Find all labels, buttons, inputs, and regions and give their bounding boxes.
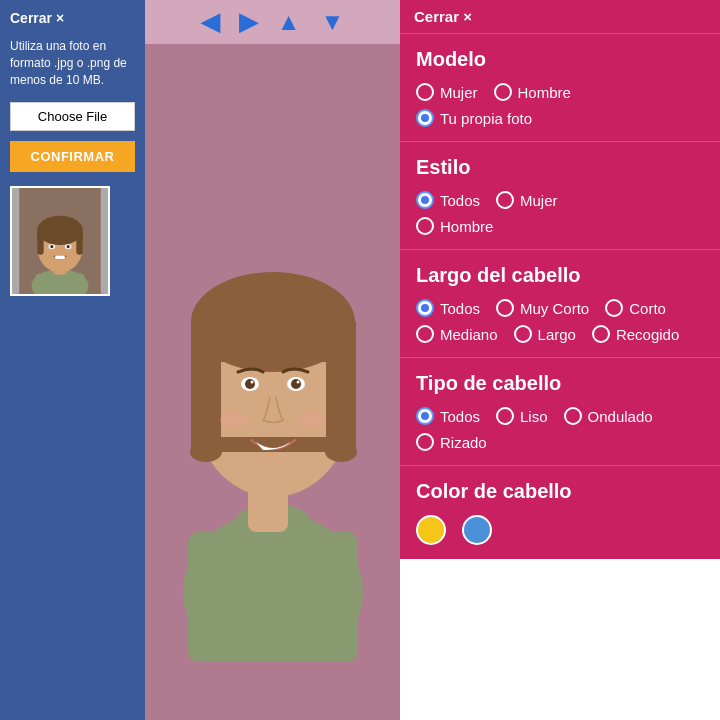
- radio-corto[interactable]: Corto: [605, 299, 666, 317]
- radio-mujer[interactable]: Mujer: [416, 83, 478, 101]
- radio-group-estilo: Todos Mujer Hombre: [416, 191, 704, 235]
- radio-circle-tu-propia-foto: [416, 109, 434, 127]
- radio-label-largo: Largo: [538, 326, 576, 343]
- section-title-modelo: Modelo: [416, 48, 704, 71]
- info-text: Utiliza una foto en formato .jpg o .png …: [10, 38, 135, 88]
- radio-largo[interactable]: Largo: [514, 325, 576, 343]
- section-estilo: Estilo Todos Mujer Hombre: [400, 141, 720, 249]
- radio-recogido[interactable]: Recogido: [592, 325, 679, 343]
- section-title-estilo: Estilo: [416, 156, 704, 179]
- radio-label-hombre: Hombre: [518, 84, 571, 101]
- radio-label-ondulado: Ondulado: [588, 408, 653, 425]
- radio-label-todos-tipo: Todos: [440, 408, 480, 425]
- arrow-left[interactable]: ◀: [201, 8, 219, 36]
- section-color: Color de cabello: [400, 465, 720, 559]
- radio-label-mediano: Mediano: [440, 326, 498, 343]
- radio-todos-largo[interactable]: Todos: [416, 299, 480, 317]
- radio-todos-tipo[interactable]: Todos: [416, 407, 480, 425]
- radio-hombre[interactable]: Hombre: [494, 83, 571, 101]
- center-panel: ◀ ▶ ▲ ▼: [145, 0, 400, 720]
- radio-circle-mujer-estilo: [496, 191, 514, 209]
- radio-label-mujer: Mujer: [440, 84, 478, 101]
- section-title-color: Color de cabello: [416, 480, 704, 503]
- svg-point-31: [296, 381, 299, 384]
- close-button-left[interactable]: Cerrar ×: [10, 10, 135, 26]
- color-swatch-2[interactable]: [462, 515, 492, 545]
- svg-point-11: [67, 245, 70, 248]
- radio-circle-todos-estilo: [416, 191, 434, 209]
- arrow-down[interactable]: ▼: [321, 8, 345, 36]
- section-title-largo: Largo del cabello: [416, 264, 704, 287]
- svg-point-5: [37, 216, 83, 245]
- section-tipo: Tipo de cabello Todos Liso Ondulado Riza…: [400, 357, 720, 465]
- radio-circle-largo: [514, 325, 532, 343]
- radio-label-muy-corto: Muy Corto: [520, 300, 589, 317]
- radio-label-recogido: Recogido: [616, 326, 679, 343]
- svg-point-28: [245, 379, 255, 389]
- radio-todos-estilo[interactable]: Todos: [416, 191, 480, 209]
- svg-rect-6: [37, 231, 44, 255]
- navigation-bar: ◀ ▶ ▲ ▼: [145, 0, 400, 44]
- radio-circle-muy-corto: [496, 299, 514, 317]
- section-largo: Largo del cabello Todos Muy Corto Corto …: [400, 249, 720, 357]
- svg-point-10: [50, 245, 53, 248]
- svg-point-33: [298, 412, 326, 428]
- radio-label-todos-estilo: Todos: [440, 192, 480, 209]
- radio-circle-recogido: [592, 325, 610, 343]
- radio-muy-corto[interactable]: Muy Corto: [496, 299, 589, 317]
- photo-thumbnail: [10, 186, 110, 296]
- svg-point-30: [250, 381, 253, 384]
- radio-label-todos-largo: Todos: [440, 300, 480, 317]
- radio-circle-mediano: [416, 325, 434, 343]
- radio-liso[interactable]: Liso: [496, 407, 548, 425]
- radio-circle-ondulado: [564, 407, 582, 425]
- radio-label-mujer-estilo: Mujer: [520, 192, 558, 209]
- svg-rect-15: [188, 532, 358, 662]
- radio-circle-corto: [605, 299, 623, 317]
- radio-label-hombre-estilo: Hombre: [440, 218, 493, 235]
- radio-label-tu-propia-foto: Tu propia foto: [440, 110, 532, 127]
- svg-point-32: [220, 412, 248, 428]
- radio-tu-propia-foto[interactable]: Tu propia foto: [416, 109, 704, 127]
- section-title-tipo: Tipo de cabello: [416, 372, 704, 395]
- radio-circle-rizado: [416, 433, 434, 451]
- radio-hombre-estilo[interactable]: Hombre: [416, 217, 704, 235]
- radio-mujer-estilo[interactable]: Mujer: [496, 191, 558, 209]
- radio-group-tipo: Todos Liso Ondulado Rizado: [416, 407, 704, 451]
- svg-rect-7: [76, 231, 83, 255]
- radio-group-color: [416, 515, 704, 545]
- radio-circle-liso: [496, 407, 514, 425]
- radio-label-corto: Corto: [629, 300, 666, 317]
- confirm-button[interactable]: CONFIRMAR: [10, 141, 135, 172]
- radio-label-rizado: Rizado: [440, 434, 487, 451]
- arrow-right[interactable]: ▶: [239, 8, 257, 36]
- svg-rect-2: [36, 274, 85, 294]
- close-button-right[interactable]: Cerrar ×: [400, 0, 720, 33]
- radio-circle-todos-largo: [416, 299, 434, 317]
- section-modelo: Modelo Mujer Hombre Tu propia foto: [400, 33, 720, 141]
- color-swatch-1[interactable]: [416, 515, 446, 545]
- arrow-up[interactable]: ▲: [277, 8, 301, 36]
- radio-circle-mujer: [416, 83, 434, 101]
- radio-label-liso: Liso: [520, 408, 548, 425]
- radio-mediano[interactable]: Mediano: [416, 325, 498, 343]
- choose-file-button[interactable]: Choose File: [10, 102, 135, 131]
- model-image-area: [145, 44, 400, 720]
- radio-ondulado[interactable]: Ondulado: [564, 407, 653, 425]
- svg-rect-24: [208, 302, 338, 362]
- radio-circle-todos-tipo: [416, 407, 434, 425]
- svg-point-29: [291, 379, 301, 389]
- radio-group-modelo: Mujer Hombre Tu propia foto: [416, 83, 704, 127]
- radio-circle-hombre: [494, 83, 512, 101]
- left-panel: Cerrar × Utiliza una foto en formato .jp…: [0, 0, 145, 720]
- radio-rizado[interactable]: Rizado: [416, 433, 487, 451]
- radio-circle-hombre-estilo: [416, 217, 434, 235]
- radio-group-largo: Todos Muy Corto Corto Mediano Largo Reco…: [416, 299, 704, 343]
- right-panel: Cerrar × Modelo Mujer Hombre Tu propia f…: [400, 0, 720, 720]
- svg-rect-12: [55, 256, 65, 259]
